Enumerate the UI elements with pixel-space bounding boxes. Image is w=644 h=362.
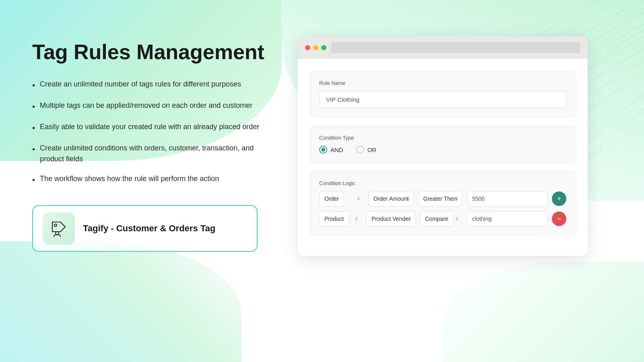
radio-group: AND OR: [319, 146, 566, 154]
traffic-light-green[interactable]: [321, 45, 326, 50]
radio-and-circle: [319, 146, 327, 154]
list-item: Create an unlimited number of tags rules…: [32, 79, 266, 91]
rule-name-section: Rule Name: [309, 71, 576, 117]
radio-and[interactable]: AND: [319, 146, 343, 154]
list-item: The workflow shows how the rule will per…: [32, 173, 266, 186]
field1-wrapper-1: Order: [319, 191, 364, 206]
page-title: Tag Rules Management: [32, 40, 266, 64]
field2-wrapper-2: Product Vender: [366, 211, 416, 226]
svg-point-0: [54, 224, 57, 226]
traffic-light-red[interactable]: [305, 45, 310, 50]
traffic-lights: [305, 45, 326, 50]
app-card: Tagify - Customer & Orders Tag: [32, 205, 258, 252]
list-item: Easily able to validate your created rul…: [32, 121, 266, 134]
radio-and-label: AND: [330, 146, 343, 153]
condition-logic-label: Condition Logic: [319, 180, 566, 186]
condition-row-2: Product Product Vender Compare: [319, 211, 566, 226]
browser-toolbar: [298, 36, 588, 59]
condition-type-section: Condition Type AND OR: [309, 125, 576, 163]
field1-wrapper-2: Product: [319, 211, 362, 226]
radio-or[interactable]: OR: [356, 146, 377, 154]
list-item: Create unlimited conditions with orders,…: [32, 143, 266, 165]
field2-select-2[interactable]: Product Vender: [366, 211, 416, 226]
traffic-light-yellow[interactable]: [313, 45, 318, 50]
tag-icon: [49, 219, 68, 238]
feature-list: Create an unlimited number of tags rules…: [32, 79, 266, 186]
app-name: Tagify - Customer & Orders Tag: [83, 223, 215, 234]
rule-name-label: Rule Name: [319, 80, 566, 86]
condition-row-1: Order Order Amount Greater Then: [319, 191, 566, 206]
operator-select-2[interactable]: Compare: [420, 211, 454, 226]
browser-window: Rule Name Condition Type AND OR: [298, 36, 588, 256]
condition-logic-section: Condition Logic Order Order Amount: [309, 171, 576, 236]
field2-select-1[interactable]: Order Amount: [368, 191, 414, 206]
left-panel: Tag Rules Management Create an unlimited…: [32, 32, 266, 252]
rule-name-input[interactable]: [319, 91, 566, 108]
value-input-1[interactable]: [467, 191, 548, 206]
operator-wrapper-2: Compare: [420, 211, 463, 226]
address-bar: [331, 42, 580, 53]
field1-select-1[interactable]: Order: [319, 191, 344, 206]
condition-type-label: Condition Type: [319, 135, 566, 141]
add-condition-button[interactable]: +: [552, 191, 566, 206]
right-panel: Rule Name Condition Type AND OR: [298, 32, 620, 256]
list-item: Multiple tags can be applied/removed on …: [32, 100, 266, 113]
value-input-2[interactable]: [467, 211, 548, 226]
radio-or-label: OR: [367, 146, 377, 153]
remove-condition-button[interactable]: −: [552, 212, 566, 226]
operator-select-1[interactable]: Greater Then: [418, 191, 462, 206]
main-content: Tag Rules Management Create an unlimited…: [0, 0, 644, 362]
field1-select-2[interactable]: Product: [319, 211, 349, 226]
browser-content: Rule Name Condition Type AND OR: [298, 59, 588, 256]
app-icon-container: [43, 212, 75, 245]
radio-or-circle: [356, 146, 364, 154]
field2-wrapper-1: Order Amount: [368, 191, 414, 206]
operator-wrapper-1: Greater Then: [418, 191, 463, 206]
